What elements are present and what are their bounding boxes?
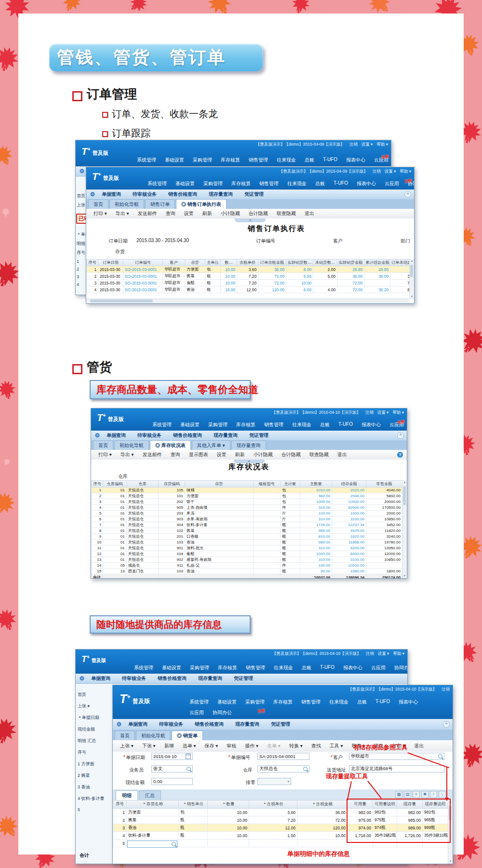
- column-header[interactable]: 实际销货数…: [286, 259, 313, 266]
- toolbar-button[interactable]: 选单 ▾: [178, 743, 201, 749]
- toolbar-button[interactable]: 查询: [161, 210, 180, 217]
- menu-item[interactable]: 云应用: [185, 709, 208, 716]
- toolbar-button[interactable]: 审核: [222, 743, 241, 749]
- menu-item[interactable]: 系统管理: [148, 421, 176, 428]
- calendar-icon[interactable]: [186, 754, 191, 759]
- detail-tab[interactable]: 汇总: [139, 790, 161, 800]
- gear-icon[interactable]: ⚙: [116, 721, 122, 728]
- toolbar-button[interactable]: 小计隐藏: [216, 210, 244, 217]
- column-header[interactable]: ＊销售单位: [179, 800, 208, 809]
- menu-item[interactable]: 往来现金: [288, 421, 316, 428]
- grid-icon-down[interactable]: ↓: [439, 791, 446, 798]
- sidebar-item[interactable]: 现结金额: [77, 725, 112, 734]
- submenu-item[interactable]: 销售价格查询: [167, 432, 208, 439]
- menu-item[interactable]: 系统管理: [185, 699, 213, 705]
- submenu-item[interactable]: 单据查询: [122, 721, 153, 728]
- menu-item[interactable]: 库存核算: [214, 665, 241, 671]
- menu-item[interactable]: 报表中心: [342, 157, 370, 163]
- search-icon[interactable]: [438, 754, 442, 759]
- column-header[interactable]: 序号: [92, 481, 103, 488]
- submenu-item[interactable]: 凭证管理: [239, 191, 269, 198]
- tab[interactable]: 首页: [88, 199, 108, 209]
- menu-item[interactable]: 总账: [316, 421, 334, 428]
- session-link[interactable]: 注销: [442, 687, 450, 692]
- table-row[interactable]: 1513西直门仓103香油瓶90.001080.001800.00: [92, 569, 402, 574]
- toolbar-button[interactable]: 保存 ▾: [200, 743, 222, 749]
- toolbar-button[interactable]: 合计隐藏: [244, 210, 272, 217]
- horizontal-scrollbar[interactable]: [86, 298, 410, 303]
- column-header[interactable]: 订单编号: [123, 259, 163, 266]
- menu-item[interactable]: 协同办公: [390, 665, 407, 671]
- column-header[interactable]: 客户: [163, 259, 185, 266]
- menu-item[interactable]: 采购管理: [199, 180, 227, 187]
- menu-item[interactable]: 库存核算: [227, 180, 255, 187]
- toolbar-button[interactable]: 联查隐藏: [272, 210, 300, 217]
- gear-icon[interactable]: ⚙: [79, 675, 85, 682]
- menu-item[interactable]: 基础设置: [213, 699, 241, 705]
- session-link[interactable]: 注销: [366, 651, 374, 657]
- toolbar-button[interactable]: 打印 ▾: [89, 210, 111, 217]
- table-row[interactable]: 901天恒总仓201口香糖瓶810.001620.003240.00: [92, 534, 402, 540]
- search-icon[interactable]: [187, 767, 191, 771]
- toolbar-button[interactable]: 下张 ▾: [138, 743, 160, 749]
- menu-item[interactable]: 云应用: [367, 665, 390, 671]
- table-row[interactable]: 42015-03-30SO-2015-03-0001华联超市香油瓶10.0012…: [87, 286, 415, 293]
- column-header[interactable]: 订单含税金额: [258, 259, 286, 266]
- sidebar-item[interactable]: 明细 汇总: [77, 736, 112, 746]
- menu-item[interactable]: 库存核算: [232, 421, 260, 428]
- toolbar-button[interactable]: 设置: [180, 210, 198, 217]
- session-link[interactable]: 注销: [373, 169, 381, 175]
- column-header[interactable]: 主计量: [281, 481, 300, 488]
- toolbar-button[interactable]: 操作 ▾: [241, 743, 263, 749]
- menu-item[interactable]: 采购管理: [188, 157, 216, 163]
- menu-item[interactable]: 报表中心: [394, 699, 422, 705]
- column-header[interactable]: 存货: [185, 481, 254, 488]
- column-header[interactable]: ＊存货名称: [127, 800, 179, 809]
- table-row[interactable]: 1201天恒总仓104食醋瓶1000.006000.0012000.00: [92, 551, 402, 557]
- vertical-scrollbar[interactable]: ▲▼: [402, 480, 407, 578]
- menu-item[interactable]: 往来现金: [269, 665, 297, 671]
- menu-item[interactable]: 销售管理: [244, 157, 272, 163]
- tab[interactable]: 现存量查询: [231, 440, 266, 450]
- submenu-item[interactable]: 待审核业务: [116, 675, 152, 682]
- sidebar-item[interactable]: 2 酱菜: [77, 771, 112, 780]
- session-link[interactable]: 设置 ▾: [362, 142, 373, 148]
- submenu-item[interactable]: 待审核业务: [127, 191, 162, 198]
- sidebar-item[interactable]: 序号: [77, 748, 112, 757]
- invoice-no-field[interactable]: SA-2015-04-0001: [257, 753, 309, 760]
- toolbar-button[interactable]: 上张 ▾: [116, 743, 138, 749]
- toolbar-button[interactable]: 退出: [333, 451, 351, 458]
- session-link[interactable]: 注销: [349, 142, 358, 148]
- session-link[interactable]: 帮助 ▾: [392, 410, 404, 416]
- menu-item[interactable]: 基础设置: [171, 180, 199, 187]
- toolbar-button[interactable]: 小计隐藏: [249, 451, 277, 458]
- sidebar-item[interactable]: 5: [77, 806, 112, 814]
- submenu-item[interactable]: 单据查询: [101, 432, 132, 439]
- menu-item[interactable]: 总账: [353, 699, 371, 705]
- menu-item[interactable]: 总账: [300, 157, 319, 163]
- column-header[interactable]: 存货: [185, 259, 205, 266]
- tab[interactable]: 初始化导航: [136, 731, 171, 740]
- toolbar-button[interactable]: 工具 ▾: [325, 743, 348, 749]
- sidebar-item[interactable]: 1 方便面: [77, 760, 112, 769]
- tab[interactable]: ◎ 库存状况表: [150, 440, 191, 450]
- menu-item[interactable]: 基础设置: [176, 421, 204, 428]
- menu-item[interactable]: T-UFO: [371, 699, 394, 705]
- menu-item[interactable]: 采购管理: [204, 421, 232, 428]
- sidebar-item[interactable]: 首页: [77, 690, 112, 699]
- toolbar-button[interactable]: 发送邮件: [138, 451, 166, 458]
- collapse-icon[interactable]: ^: [404, 191, 411, 198]
- vertical-scrollbar[interactable]: ▲▼: [409, 259, 414, 299]
- column-header[interactable]: 未销货数…: [313, 259, 337, 266]
- menu-item[interactable]: 基础设置: [161, 157, 188, 163]
- menu-item[interactable]: 采购管理: [241, 699, 269, 705]
- submenu-item[interactable]: 凭证管理: [228, 675, 259, 682]
- search-icon[interactable]: [172, 842, 176, 846]
- table-row[interactable]: 1101天恒总仓901涂料-批次瓶310.006200.0013950.00: [92, 545, 402, 551]
- submenu-item[interactable]: 现存量查询: [229, 721, 265, 728]
- menu-item[interactable]: T-UFO: [319, 157, 342, 163]
- toolbar-button[interactable]: 退出: [410, 743, 428, 749]
- filter-value-order-date[interactable]: 2015.03.30 - 2015.04.30: [136, 238, 189, 243]
- toolbar-button[interactable]: 联查隐藏: [305, 451, 333, 458]
- column-header[interactable]: 实际销货金额: [337, 259, 364, 266]
